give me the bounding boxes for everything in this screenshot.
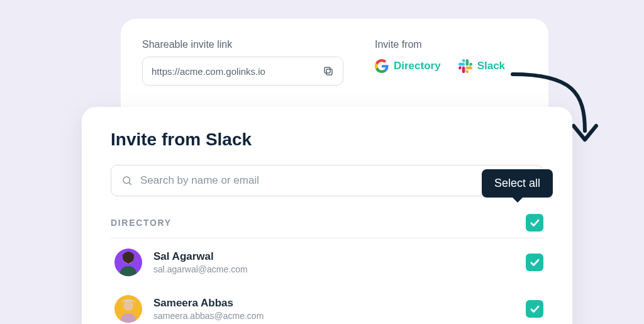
person-checkbox[interactable] (526, 300, 543, 318)
invite-from-block: Invite from Directory (375, 39, 505, 86)
list-item[interactable]: Sal Agarwal sal.agarwal@acme.com (111, 238, 543, 285)
slack-button[interactable]: Slack (458, 59, 505, 73)
invite-modal: Invite from Slack Search by name or emai… (82, 107, 572, 324)
directory-header: DIRECTORY (111, 214, 543, 238)
copy-icon[interactable] (323, 65, 334, 77)
share-link-field[interactable]: https://acme.com.golinks.io (142, 57, 343, 86)
person-email: sameera.abbas@acme.com (153, 311, 264, 321)
avatar (114, 249, 142, 276)
search-input[interactable]: Search by name or email (111, 165, 543, 196)
slack-icon (458, 59, 472, 73)
search-placeholder: Search by name or email (140, 174, 259, 187)
svg-line-3 (129, 182, 131, 184)
svg-rect-0 (326, 69, 332, 75)
svg-point-5 (123, 301, 133, 311)
modal-title: Invite from Slack (111, 130, 543, 150)
person-email: sal.agarwal@acme.com (153, 264, 248, 274)
svg-point-2 (123, 177, 130, 184)
share-link-label: Shareable invite link (142, 39, 343, 50)
google-directory-label: Directory (394, 60, 441, 72)
person-checkbox[interactable] (526, 254, 543, 271)
select-all-tooltip: Select all (482, 169, 553, 198)
directory-label: DIRECTORY (111, 218, 172, 228)
share-link-block: Shareable invite link https://acme.com.g… (142, 39, 343, 86)
svg-rect-1 (325, 67, 330, 73)
invite-from-label: Invite from (375, 39, 505, 50)
provider-row: Directory Slack (375, 59, 505, 73)
select-all-checkbox[interactable] (526, 214, 543, 232)
person-name: Sameera Abbas (153, 297, 264, 310)
avatar (114, 295, 142, 323)
person-name: Sal Agarwal (153, 250, 248, 263)
slack-label: Slack (477, 60, 505, 72)
google-icon (375, 59, 389, 73)
list-item[interactable]: Sameera Abbas sameera.abbas@acme.com (111, 285, 543, 324)
search-icon (121, 175, 133, 186)
share-link-url: https://acme.com.golinks.io (152, 66, 265, 77)
google-directory-button[interactable]: Directory (375, 59, 441, 73)
